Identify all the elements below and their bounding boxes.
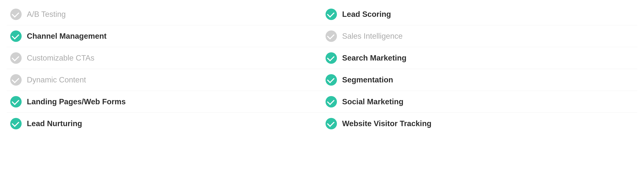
feature-item-lead-scoring: Lead Scoring xyxy=(322,3,637,25)
icon-wrapper-channel-management xyxy=(10,30,22,42)
feature-label-landing-pages: Landing Pages/Web Forms xyxy=(27,97,126,106)
left-column: A/B TestingChannel ManagementCustomizabl… xyxy=(7,3,322,135)
icon-wrapper-search-marketing xyxy=(325,52,337,64)
icon-wrapper-customizable-ctas xyxy=(10,52,22,64)
feature-label-social-marketing: Social Marketing xyxy=(342,97,404,106)
feature-label-sales-intelligence: Sales Intelligence xyxy=(342,31,403,41)
feature-label-channel-management: Channel Management xyxy=(27,31,106,41)
icon-wrapper-landing-pages xyxy=(10,96,22,108)
check-icon-inactive xyxy=(10,9,22,20)
right-column: Lead ScoringSales IntelligenceSearch Mar… xyxy=(322,3,637,135)
icon-wrapper-website-visitor-tracking xyxy=(325,118,337,130)
main-container: A/B TestingChannel ManagementCustomizabl… xyxy=(0,0,644,138)
feature-item-lead-nurturing: Lead Nurturing xyxy=(7,113,322,135)
icon-wrapper-sales-intelligence xyxy=(325,30,337,42)
icon-wrapper-ab-testing xyxy=(10,9,22,20)
icon-wrapper-dynamic-content xyxy=(10,74,22,86)
check-icon-active xyxy=(10,30,22,42)
check-icon-active xyxy=(10,96,22,108)
feature-label-customizable-ctas: Customizable CTAs xyxy=(27,53,94,63)
check-icon-inactive xyxy=(326,30,337,42)
feature-item-sales-intelligence: Sales Intelligence xyxy=(322,25,637,47)
check-icon-active xyxy=(326,96,337,108)
feature-item-channel-management: Channel Management xyxy=(7,25,322,47)
features-grid: A/B TestingChannel ManagementCustomizabl… xyxy=(7,3,637,135)
feature-label-website-visitor-tracking: Website Visitor Tracking xyxy=(342,119,432,128)
icon-wrapper-social-marketing xyxy=(325,96,337,108)
feature-item-customizable-ctas: Customizable CTAs xyxy=(7,47,322,69)
feature-item-website-visitor-tracking: Website Visitor Tracking xyxy=(322,113,637,135)
feature-item-landing-pages: Landing Pages/Web Forms xyxy=(7,91,322,113)
check-icon-active xyxy=(326,118,337,129)
feature-item-ab-testing: A/B Testing xyxy=(7,3,322,25)
feature-label-lead-nurturing: Lead Nurturing xyxy=(27,119,82,128)
check-icon-active xyxy=(326,9,337,20)
check-icon-active xyxy=(326,74,337,86)
icon-wrapper-segmentation xyxy=(325,74,337,86)
icon-wrapper-lead-scoring xyxy=(325,9,337,20)
check-icon-active xyxy=(10,118,22,129)
check-icon-inactive xyxy=(10,52,22,64)
icon-wrapper-lead-nurturing xyxy=(10,118,22,130)
check-icon-inactive xyxy=(10,74,22,86)
feature-item-social-marketing: Social Marketing xyxy=(322,91,637,113)
feature-item-dynamic-content: Dynamic Content xyxy=(7,69,322,91)
feature-label-lead-scoring: Lead Scoring xyxy=(342,10,391,19)
feature-label-search-marketing: Search Marketing xyxy=(342,53,406,63)
feature-item-search-marketing: Search Marketing xyxy=(322,47,637,69)
check-icon-active xyxy=(326,52,337,64)
feature-item-segmentation: Segmentation xyxy=(322,69,637,91)
feature-label-segmentation: Segmentation xyxy=(342,75,393,84)
feature-label-dynamic-content: Dynamic Content xyxy=(27,75,86,84)
feature-label-ab-testing: A/B Testing xyxy=(27,10,66,19)
